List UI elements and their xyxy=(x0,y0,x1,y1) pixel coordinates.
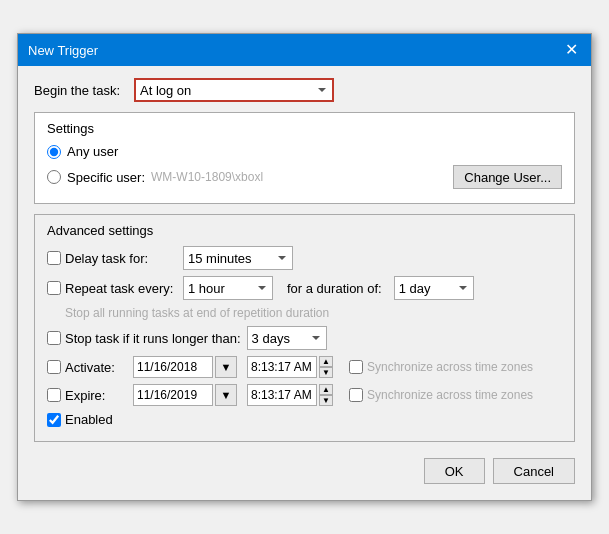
change-user-button[interactable]: Change User... xyxy=(453,165,562,189)
enabled-label[interactable]: Enabled xyxy=(65,412,113,427)
close-button[interactable]: ✕ xyxy=(561,40,581,60)
expire-label-group: Expire: xyxy=(47,388,127,403)
enabled-group: Enabled xyxy=(47,412,113,427)
any-user-label[interactable]: Any user xyxy=(67,144,118,159)
title-bar: New Trigger ✕ xyxy=(18,34,591,66)
stop-longer-select[interactable]: 3 days 1 hour 1 day xyxy=(247,326,327,350)
enabled-row: Enabled xyxy=(47,412,562,427)
repeat-task-label-group: Repeat task every: xyxy=(47,281,177,296)
sync-expire-checkbox[interactable] xyxy=(349,388,363,402)
delay-task-select[interactable]: 15 minutes 30 minutes 1 hour xyxy=(183,246,293,270)
activate-checkbox[interactable] xyxy=(47,360,61,374)
expire-sync-group: Synchronize across time zones xyxy=(349,388,533,402)
duration-select[interactable]: 1 day 1 hour Indefinitely xyxy=(394,276,474,300)
settings-section: Settings Any user Specific user: WM-W10-… xyxy=(34,112,575,204)
activate-label[interactable]: Activate: xyxy=(65,360,115,375)
dialog-title: New Trigger xyxy=(28,43,98,58)
specific-user-row: Specific user: WM-W10-1809\xboxl Change … xyxy=(47,165,562,189)
delay-task-row: Delay task for: 15 minutes 30 minutes 1 … xyxy=(47,246,562,270)
stop-longer-label-group: Stop task if it runs longer than: xyxy=(47,331,241,346)
activate-label-group: Activate: xyxy=(47,360,127,375)
sync-activate-label[interactable]: Synchronize across time zones xyxy=(367,360,533,374)
specific-user-radio[interactable] xyxy=(47,170,61,184)
new-trigger-dialog: New Trigger ✕ Begin the task: At log on … xyxy=(17,33,592,501)
activate-calendar-button[interactable]: ▼ xyxy=(215,356,237,378)
sync-expire-label[interactable]: Synchronize across time zones xyxy=(367,388,533,402)
begin-task-label: Begin the task: xyxy=(34,83,134,98)
expire-time-field: ▲ ▼ xyxy=(247,384,333,406)
delay-task-label[interactable]: Delay task for: xyxy=(65,251,148,266)
begin-task-row: Begin the task: At log on On a schedule … xyxy=(34,78,575,102)
expire-time-up[interactable]: ▲ xyxy=(319,384,333,395)
activate-date-input[interactable] xyxy=(133,356,213,378)
activate-sync-group: Synchronize across time zones xyxy=(349,360,533,374)
ok-button[interactable]: OK xyxy=(424,458,485,484)
cancel-button[interactable]: Cancel xyxy=(493,458,575,484)
begin-task-select[interactable]: At log on On a schedule At startup On an… xyxy=(134,78,334,102)
expire-time-down[interactable]: ▼ xyxy=(319,395,333,406)
expire-calendar-button[interactable]: ▼ xyxy=(215,384,237,406)
any-user-row: Any user xyxy=(47,144,562,159)
activate-time-input[interactable] xyxy=(247,356,317,378)
expire-checkbox[interactable] xyxy=(47,388,61,402)
repeat-task-row: Repeat task every: 1 hour 30 minutes 2 h… xyxy=(47,276,562,300)
specific-user-label[interactable]: Specific user: xyxy=(67,170,145,185)
stop-longer-row: Stop task if it runs longer than: 3 days… xyxy=(47,326,562,350)
repeat-task-select[interactable]: 1 hour 30 minutes 2 hours xyxy=(183,276,273,300)
stop-running-row: Stop all running tasks at end of repetit… xyxy=(47,306,562,320)
expire-time-input[interactable] xyxy=(247,384,317,406)
stop-longer-checkbox[interactable] xyxy=(47,331,61,345)
delay-task-label-group: Delay task for: xyxy=(47,251,177,266)
activate-date-field: ▼ xyxy=(133,356,237,378)
delay-task-checkbox[interactable] xyxy=(47,251,61,265)
activate-time-up[interactable]: ▲ xyxy=(319,356,333,367)
expire-label[interactable]: Expire: xyxy=(65,388,105,403)
any-user-radio[interactable] xyxy=(47,145,61,159)
activate-time-spinner: ▲ ▼ xyxy=(319,356,333,378)
expire-time-spinner: ▲ ▼ xyxy=(319,384,333,406)
expire-row: Expire: ▼ ▲ ▼ Synchronize across time zo… xyxy=(47,384,562,406)
advanced-section: Advanced settings Delay task for: 15 min… xyxy=(34,214,575,442)
specific-user-value: WM-W10-1809\xboxl xyxy=(151,170,447,184)
repeat-task-label[interactable]: Repeat task every: xyxy=(65,281,173,296)
enabled-checkbox[interactable] xyxy=(47,413,61,427)
footer-row: OK Cancel xyxy=(34,452,575,488)
activate-time-down[interactable]: ▼ xyxy=(319,367,333,378)
duration-label: for a duration of: xyxy=(287,281,382,296)
activate-row: Activate: ▼ ▲ ▼ Synchronize across time … xyxy=(47,356,562,378)
stop-longer-label[interactable]: Stop task if it runs longer than: xyxy=(65,331,241,346)
activate-time-field: ▲ ▼ xyxy=(247,356,333,378)
stop-running-label: Stop all running tasks at end of repetit… xyxy=(65,306,329,320)
expire-date-input[interactable] xyxy=(133,384,213,406)
dialog-body: Begin the task: At log on On a schedule … xyxy=(18,66,591,500)
repeat-task-checkbox[interactable] xyxy=(47,281,61,295)
advanced-title: Advanced settings xyxy=(47,223,562,238)
settings-title: Settings xyxy=(47,121,562,136)
sync-activate-checkbox[interactable] xyxy=(349,360,363,374)
expire-date-field: ▼ xyxy=(133,384,237,406)
